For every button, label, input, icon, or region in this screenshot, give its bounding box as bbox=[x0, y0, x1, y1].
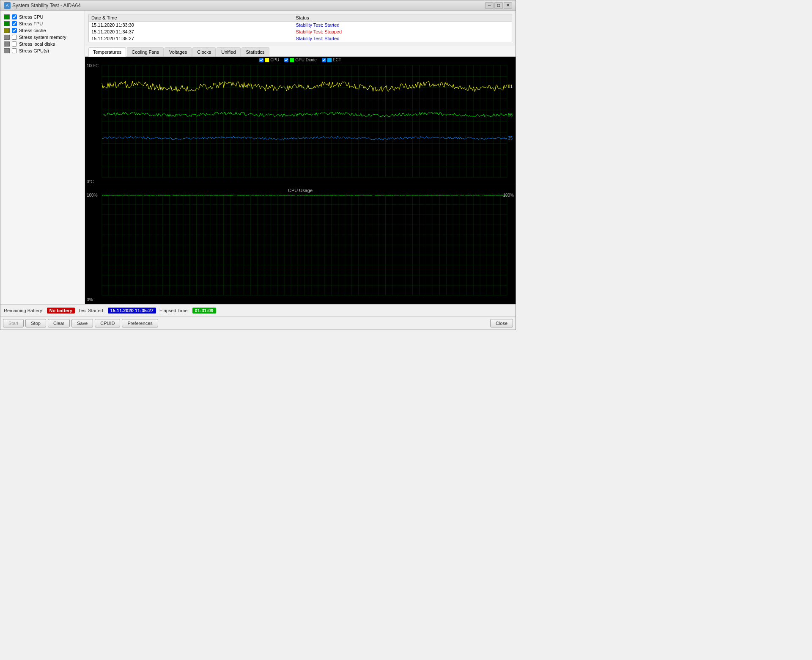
log-status-cell: Stability Test: Started bbox=[293, 22, 512, 29]
log-status-cell: Stability Test: Stopped bbox=[293, 28, 512, 35]
stress-gpus-checkbox[interactable] bbox=[12, 48, 17, 53]
close-button[interactable]: Close bbox=[490, 319, 513, 327]
cpu-chart-title: CPU Usage bbox=[288, 188, 313, 193]
temp-y-min: 0°C bbox=[87, 179, 94, 184]
clear-button[interactable]: Clear bbox=[48, 319, 70, 327]
log-status-header: Status bbox=[293, 14, 512, 22]
stop-button[interactable]: Stop bbox=[25, 319, 46, 327]
charts-area: CPU GPU Diode ECT 100°C bbox=[85, 57, 516, 304]
sysmem-color-indicator bbox=[4, 35, 10, 40]
window-controls: ─ □ ✕ bbox=[485, 2, 512, 9]
stress-cache-label: Stress cache bbox=[19, 28, 46, 33]
stress-localdisks-option[interactable]: Stress local disks bbox=[4, 41, 81, 47]
log-table: Date & Time Status 15.11.2020 11:33:30St… bbox=[88, 14, 512, 42]
status-bar: Remaining Battery: No battery Test Start… bbox=[0, 304, 516, 316]
log-datetime-cell: 15.11.2020 11:34:37 bbox=[89, 28, 293, 35]
test-started-value: 15.11.2020 11:35:27 bbox=[108, 308, 156, 314]
stress-sysmem-option[interactable]: Stress system memory bbox=[4, 34, 81, 40]
tab-voltages[interactable]: Voltages bbox=[165, 47, 192, 56]
legend-ect-label: ECT bbox=[333, 58, 341, 62]
toolbar: Start Stop Clear Save CPUID Preferences … bbox=[0, 316, 516, 330]
stress-gpus-label: Stress GPU(s) bbox=[19, 48, 49, 53]
legend-ect[interactable]: ECT bbox=[322, 58, 341, 62]
cpu-usage-chart: CPU Usage 100% 0% 100% bbox=[85, 186, 516, 304]
cpu-y-max-left: 100% bbox=[87, 193, 98, 198]
temperature-canvas bbox=[85, 57, 516, 186]
gpu-legend-dot bbox=[290, 58, 294, 62]
tab-cooling-fans[interactable]: Cooling Fans bbox=[127, 47, 164, 56]
legend-ect-checkbox[interactable] bbox=[322, 58, 326, 62]
stress-fpu-label: Stress FPU bbox=[19, 21, 43, 26]
restore-button[interactable]: □ bbox=[494, 2, 503, 9]
stress-localdisks-checkbox[interactable] bbox=[12, 41, 17, 47]
minimize-button[interactable]: ─ bbox=[485, 2, 494, 9]
stress-cpu-checkbox[interactable] bbox=[12, 14, 17, 19]
title-bar: A System Stability Test - AIDA64 ─ □ ✕ bbox=[0, 0, 516, 11]
close-window-button[interactable]: ✕ bbox=[504, 2, 512, 9]
cpu-usage-canvas bbox=[85, 186, 516, 304]
localdisks-color-indicator bbox=[4, 41, 10, 47]
tab-temperatures[interactable]: Temperatures bbox=[88, 47, 126, 57]
cache-color-indicator bbox=[4, 28, 10, 33]
legend-gpu-diode[interactable]: GPU Diode bbox=[284, 58, 317, 62]
remaining-battery-label: Remaining Battery: bbox=[4, 308, 44, 313]
temp-legend: CPU GPU Diode ECT bbox=[259, 58, 341, 62]
stress-fpu-option[interactable]: Stress FPU bbox=[4, 21, 81, 27]
stress-gpus-option[interactable]: Stress GPU(s) bbox=[4, 48, 81, 54]
tab-statistics[interactable]: Statistics bbox=[241, 47, 269, 56]
temp-y-max: 100°C bbox=[87, 63, 99, 68]
gpus-color-indicator bbox=[4, 48, 10, 53]
log-datetime-header: Date & Time bbox=[89, 14, 293, 22]
preferences-button[interactable]: Preferences bbox=[122, 319, 158, 327]
ect-legend-dot bbox=[327, 58, 332, 62]
elapsed-time-value: 01:31:09 bbox=[192, 308, 216, 314]
stress-localdisks-label: Stress local disks bbox=[19, 41, 55, 47]
fpu-color-indicator bbox=[4, 21, 10, 26]
cpu-y-min-left: 0% bbox=[87, 297, 93, 302]
remaining-battery-value: No battery bbox=[47, 308, 75, 314]
stress-sysmem-label: Stress system memory bbox=[19, 35, 66, 40]
legend-cpu[interactable]: CPU bbox=[259, 58, 279, 62]
cpu-legend-dot bbox=[265, 58, 269, 62]
log-datetime-cell: 15.11.2020 11:35:27 bbox=[89, 35, 293, 42]
cpu-y-max-right: 100% bbox=[503, 193, 514, 198]
legend-gpu-checkbox[interactable] bbox=[284, 58, 288, 62]
legend-cpu-label: CPU bbox=[270, 58, 279, 62]
stress-cpu-label: Stress CPU bbox=[19, 14, 43, 19]
window-title: System Stability Test - AIDA64 bbox=[12, 3, 485, 8]
main-content: Stress CPU Stress FPU Stress cache Stres… bbox=[0, 11, 516, 304]
stress-fpu-checkbox[interactable] bbox=[12, 21, 17, 26]
start-button[interactable]: Start bbox=[3, 319, 24, 327]
stress-options-panel: Stress CPU Stress FPU Stress cache Stres… bbox=[0, 11, 85, 304]
cpuid-button[interactable]: CPUID bbox=[95, 319, 120, 327]
test-started-label: Test Started: bbox=[78, 308, 104, 313]
tab-clocks[interactable]: Clocks bbox=[192, 47, 216, 56]
tab-unified[interactable]: Unified bbox=[217, 47, 240, 56]
cpu-color-indicator bbox=[4, 14, 10, 19]
temperature-chart: CPU GPU Diode ECT 100°C bbox=[85, 57, 516, 186]
legend-gpu-label: GPU Diode bbox=[295, 58, 317, 62]
elapsed-time-label: Elapsed Time: bbox=[159, 308, 189, 313]
log-datetime-cell: 15.11.2020 11:33:30 bbox=[89, 22, 293, 29]
stress-sysmem-checkbox[interactable] bbox=[12, 35, 17, 40]
app-icon: A bbox=[4, 2, 11, 9]
stress-cache-checkbox[interactable] bbox=[12, 28, 17, 33]
tabs-bar: Temperatures Cooling Fans Voltages Clock… bbox=[85, 46, 516, 57]
log-status-cell: Stability Test: Started bbox=[293, 35, 512, 42]
stress-cache-option[interactable]: Stress cache bbox=[4, 28, 81, 33]
stress-cpu-option[interactable]: Stress CPU bbox=[4, 14, 81, 20]
legend-cpu-checkbox[interactable] bbox=[259, 58, 263, 62]
right-panel: Date & Time Status 15.11.2020 11:33:30St… bbox=[85, 11, 516, 304]
save-button[interactable]: Save bbox=[71, 319, 93, 327]
